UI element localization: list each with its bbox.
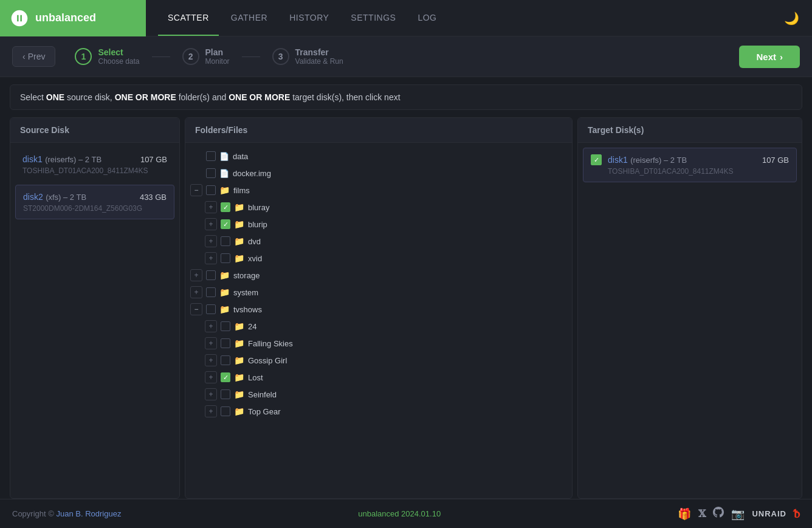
instagram-icon[interactable]: 📷 [731, 507, 745, 521]
tree-item-blurip[interactable]: + 📁 blurip [190, 216, 567, 233]
checkbox-xvid[interactable] [221, 253, 230, 263]
tree-expand-top-gear[interactable]: + [205, 405, 217, 417]
source-disk-2[interactable]: disk2 (xfs) – 2 TB 433 GB ST2000DM006-2D… [15, 185, 174, 219]
nav-tab-gather[interactable]: GATHER [221, 0, 277, 36]
nav-tab-log[interactable]: LOG [408, 0, 446, 36]
footer-icons: 🎁 𝕏 📷 UNRAID ᵬ [678, 507, 800, 521]
tree-item-bluray[interactable]: + 📁 bluray [190, 199, 567, 216]
tree-item-gossip-girl[interactable]: + 📁 Gossip Girl [190, 352, 567, 369]
tree-label-films: films [233, 186, 250, 195]
tree-item-system[interactable]: + 📁 system [190, 284, 567, 301]
tree-label-docker: docker.img [233, 169, 271, 178]
checkbox-system[interactable] [206, 287, 216, 297]
tree-item-xvid[interactable]: + 📁 xvid [190, 250, 567, 267]
nav-tab-scatter[interactable]: SCATTER [158, 0, 219, 36]
tree-item-films[interactable]: − 📁 films [190, 182, 567, 199]
tree-item-docker[interactable]: 📄 docker.img [190, 165, 567, 182]
tree-label-data: data [233, 152, 248, 161]
target-checkbox-disk1[interactable] [591, 154, 602, 165]
target-disk-1-name: disk1 (reiserfs) – 2 TB [608, 154, 687, 165]
folder-icon-seinfeld: 📁 [234, 389, 244, 399]
tree-expand-gossip-girl[interactable]: + [205, 354, 217, 366]
tree-expand-blurip[interactable]: + [205, 218, 217, 230]
tree-expand-xvid[interactable]: + [205, 252, 217, 264]
folder-icon-blurip: 📁 [234, 219, 244, 229]
tree-label-dvd: dvd [248, 237, 261, 246]
x-twitter-icon[interactable]: 𝕏 [698, 508, 706, 519]
brand-icon[interactable]: ᵬ [794, 507, 800, 521]
tree-expand-storage[interactable]: + [190, 269, 202, 281]
tree-expand-falling-skies[interactable]: + [205, 337, 217, 349]
unraid-wordmark[interactable]: UNRAID [752, 509, 786, 518]
tree-expand-bluray[interactable]: + [205, 201, 217, 213]
checkbox-gossip-girl[interactable] [221, 355, 230, 365]
tree-expand-lost[interactable]: + [205, 371, 217, 383]
checkbox-24[interactable] [221, 321, 230, 331]
step-1-subtitle: Choose data [98, 57, 139, 66]
checkbox-seinfeld[interactable] [221, 389, 230, 399]
nav-tab-history[interactable]: HISTORY [280, 0, 339, 36]
nav-tab-settings[interactable]: SETTINGS [341, 0, 405, 36]
checkbox-docker[interactable] [206, 168, 216, 178]
source-disk-1[interactable]: disk1 (reiserfs) – 2 TB 107 GB TOSHIBA_D… [15, 148, 174, 181]
folder-icon-bluray: 📁 [234, 202, 244, 212]
tree-label-gossip-girl: Gossip Girl [248, 356, 287, 365]
tree-item-data[interactable]: 📄 data [190, 148, 567, 165]
footer-copyright-text: Copyright © [12, 509, 54, 518]
checkbox-top-gear[interactable] [221, 406, 230, 416]
tree-item-falling-skies[interactable]: + 📁 Falling Skies [190, 335, 567, 352]
tree-item-dvd[interactable]: + 📁 dvd [190, 233, 567, 250]
folder-icon-falling-skies: 📁 [234, 338, 244, 348]
gift-icon[interactable]: 🎁 [678, 507, 691, 521]
instruction-mid2: folder(s) and [176, 92, 229, 102]
step-2-title: Plan [205, 47, 230, 57]
tree-item-lost[interactable]: + 📁 Lost [190, 369, 567, 386]
tree-item-top-gear[interactable]: + 📁 Top Gear [190, 403, 567, 420]
tree-expand-films[interactable]: − [190, 184, 202, 196]
checkbox-bluray[interactable] [221, 202, 230, 212]
tree-item-storage[interactable]: + 📁 storage [190, 267, 567, 284]
dark-mode-button[interactable]: 🌙 [780, 7, 802, 29]
tree-expand-tvshows[interactable]: − [190, 303, 202, 315]
tree-item-24[interactable]: + 📁 24 [190, 318, 567, 335]
wizard-step-1[interactable]: 1 Select Choose data [67, 45, 146, 68]
tree-label-bluray: bluray [248, 203, 269, 212]
checkbox-falling-skies[interactable] [221, 338, 230, 348]
tree-expand-system[interactable]: + [190, 286, 202, 298]
next-button[interactable]: Next › [739, 46, 800, 68]
footer: Copyright © Juan B. Rodriguez unbalanced… [0, 499, 812, 528]
tree-label-falling-skies: Falling Skies [248, 339, 293, 348]
github-icon[interactable] [713, 507, 724, 521]
source-disk-1-name: disk1 (reiserfs) – 2 TB [22, 154, 102, 165]
step-2-subtitle: Monitor [205, 57, 230, 66]
instruction-mid1: source disk, [64, 92, 114, 102]
tree-item-seinfeld[interactable]: + 📁 Seinfeld [190, 386, 567, 403]
step-divider-2 [242, 57, 260, 57]
target-disk-1[interactable]: disk1 (reiserfs) – 2 TB 107 GB TOSHIBA_D… [583, 148, 797, 182]
tree-expand-seinfeld[interactable]: + [205, 388, 217, 400]
app-name: unbalanced [35, 12, 96, 24]
step-3-subtitle: Validate & Run [295, 57, 343, 66]
step-1-circle: 1 [75, 48, 92, 65]
checkbox-lost[interactable] [221, 372, 230, 382]
tree-expand-24[interactable]: + [205, 320, 217, 332]
prev-button[interactable]: ‹ Prev [12, 46, 55, 67]
footer-author-link[interactable]: Juan B. Rodriguez [56, 509, 121, 518]
checkbox-storage[interactable] [206, 270, 216, 280]
footer-version: unbalanced 2024.01.10 [358, 509, 441, 518]
tree-expand-dvd[interactable]: + [205, 235, 217, 247]
wizard-step-2[interactable]: 2 Plan Monitor [175, 45, 237, 68]
tree-label-seinfeld: Seinfeld [248, 390, 277, 399]
wizard-step-3[interactable]: 3 Transfer Validate & Run [265, 45, 351, 68]
tree-item-tvshows[interactable]: − 📁 tvshows [190, 301, 567, 318]
checkbox-data[interactable] [206, 151, 216, 161]
tree-label-system: system [233, 288, 258, 297]
checkbox-tvshows[interactable] [206, 304, 216, 314]
main-nav: SCATTER GATHER HISTORY SETTINGS LOG [146, 0, 458, 36]
source-disk-2-size: 433 GB [140, 193, 167, 202]
target-disk-1-serial: TOSHIBA_DT01ACA200_8411ZM4KS [591, 167, 789, 176]
checkbox-dvd[interactable] [221, 236, 230, 246]
checkbox-blurip[interactable] [221, 219, 230, 229]
folder-icon-xvid: 📁 [234, 253, 244, 263]
checkbox-films[interactable] [206, 185, 216, 195]
